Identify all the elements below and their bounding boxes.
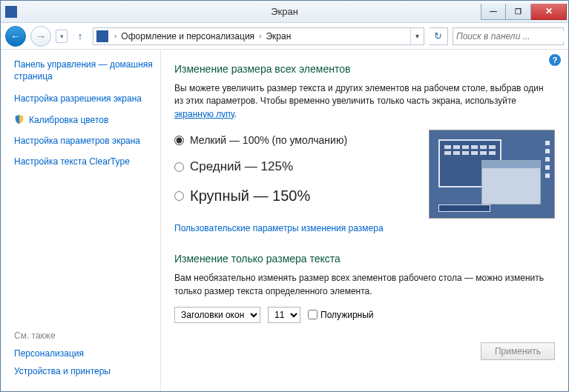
see-also-devices[interactable]: Устройства и принтеры — [14, 366, 160, 376]
sidebar: Панель управления — домашняя страница На… — [1, 50, 160, 391]
radio-large[interactable]: Крупный — 150% — [174, 187, 414, 205]
help-icon[interactable]: ? — [549, 54, 561, 66]
up-button[interactable]: ↑ — [72, 28, 88, 44]
size-description: Вы можете увеличить размер текста и друг… — [174, 82, 555, 121]
magnifier-link[interactable]: экранную лупу — [174, 109, 234, 119]
control-panel-home-link[interactable]: Панель управления — домашняя страница — [14, 59, 160, 82]
size-radios: Мелкий — 100% (по умолчанию) Средний — 1… — [174, 130, 414, 218]
sidebar-link-cleartype[interactable]: Настройка текста ClearType — [14, 156, 160, 167]
preview-image — [429, 130, 555, 219]
app-icon — [5, 6, 17, 18]
address-bar[interactable]: › Оформление и персонализация › Экран ▾ — [93, 27, 424, 45]
text-description: Вам необязательно изменять размер всех э… — [174, 272, 555, 298]
minimize-button[interactable]: — — [481, 4, 506, 20]
breadcrumb-1[interactable]: Оформление и персонализация — [119, 31, 256, 41]
search-box[interactable]: 🔍 — [453, 27, 564, 45]
location-icon — [96, 30, 108, 42]
main-area: Панель управления — домашняя страница На… — [1, 50, 568, 391]
radio-large-input[interactable] — [174, 191, 184, 201]
navbar: ← → ▾ ↑ › Оформление и персонализация › … — [1, 23, 568, 50]
radio-medium-input[interactable] — [174, 162, 184, 172]
text-size-row: Заголовки окон 11 Полужирный — [174, 307, 555, 323]
see-also-heading: См. также — [14, 330, 160, 341]
bold-checkbox-label[interactable]: Полужирный — [308, 310, 374, 320]
see-also-personalization[interactable]: Персонализация — [14, 348, 160, 359]
element-select[interactable]: Заголовки окон — [174, 307, 260, 323]
sidebar-link-display-settings[interactable]: Настройка параметров экрана — [14, 135, 160, 147]
custom-size-link[interactable]: Пользовательские параметры изменения раз… — [174, 223, 384, 233]
breadcrumb-2[interactable]: Экран — [264, 31, 292, 41]
sidebar-link-calibration[interactable]: Калибровка цветов — [14, 114, 160, 126]
radio-small[interactable]: Мелкий — 100% (по умолчанию) — [174, 134, 414, 146]
apply-button[interactable]: Применить — [481, 342, 555, 360]
recent-button[interactable]: ▾ — [56, 30, 68, 43]
search-input[interactable] — [456, 31, 568, 41]
content: ? Изменение размера всех элементов Вы мо… — [160, 50, 568, 391]
radio-medium[interactable]: Средний — 125% — [174, 159, 414, 174]
section-heading-size: Изменение размера всех элементов — [174, 63, 555, 75]
radio-small-input[interactable] — [174, 136, 184, 145]
refresh-button[interactable]: ↻ — [429, 27, 448, 45]
size-row: Мелкий — 100% (по умолчанию) Средний — 1… — [174, 130, 555, 219]
window-buttons: — ❐ ✕ — [481, 4, 567, 20]
section-heading-text: Изменение только размера текста — [174, 253, 555, 265]
close-button[interactable]: ✕ — [531, 4, 567, 20]
sidebar-link-resolution[interactable]: Настройка разрешения экрана — [14, 93, 160, 104]
titlebar: Экран — ❐ ✕ — [1, 1, 568, 23]
breadcrumb-sep: › — [256, 32, 264, 40]
footer: Применить — [174, 342, 555, 360]
maximize-button[interactable]: ❐ — [506, 4, 531, 20]
bold-checkbox[interactable] — [308, 310, 318, 319]
forward-button[interactable]: → — [30, 26, 51, 47]
address-dropdown[interactable]: ▾ — [410, 28, 424, 44]
breadcrumb-sep: › — [111, 32, 119, 40]
window-title: Экран — [271, 6, 298, 17]
shield-icon — [14, 114, 24, 124]
font-size-select[interactable]: 11 — [268, 307, 300, 323]
back-button[interactable]: ← — [5, 26, 26, 47]
